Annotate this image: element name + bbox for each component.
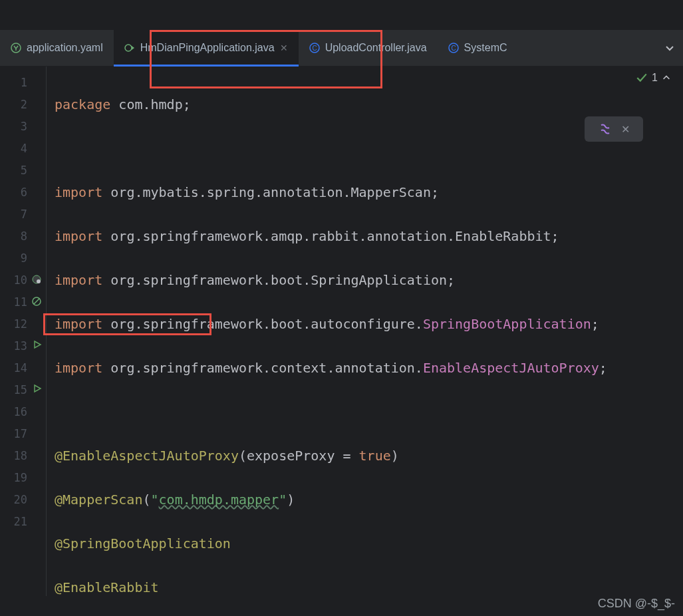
line-number: 14 [0,357,46,379]
tab-label: application.yaml [27,42,103,54]
line-number: 4 [0,138,46,160]
line-number: 7 [0,204,46,226]
code-line: package com.hmdp; [55,94,683,116]
run-icon[interactable] [33,340,42,349]
code-line: import org.springframework.boot.SpringAp… [55,269,683,291]
line-number: 1 [0,72,46,94]
line-number: 10 [0,269,46,291]
svg-text:C: C [451,45,456,52]
line-number: 20 [0,489,46,511]
line-number: 18 [0,445,46,467]
line-number: 3 [0,116,46,138]
line-number: 9 [0,247,46,269]
tab-overflow-button[interactable] [656,30,683,66]
gutter: 1 2 3 4 5 6 7 8 9 10 11 12 13 14 15 16 1… [0,67,47,596]
svg-point-7 [37,279,41,283]
line-number: 15 [0,379,46,401]
code-line [55,401,683,423]
code-line: @EnableRabbit [55,577,683,599]
tab-application-yaml[interactable]: application.yaml [0,30,114,66]
line-number: 8 [0,226,46,247]
tab-label: SystemC [464,42,507,54]
code-line: @EnableAspectJAutoProxy(exposeProxy = tr… [55,445,683,467]
svg-point-1 [125,45,132,51]
line-number: 19 [0,467,46,489]
code-line: import org.springframework.amqp.rabbit.a… [55,226,683,247]
run-icon[interactable] [33,384,42,393]
svg-line-9 [34,299,39,304]
line-number: 6 [0,182,46,204]
disabled-icon[interactable] [31,296,42,307]
chevron-down-icon [664,43,675,53]
watermark: CSDN @-$_$- [598,597,675,611]
highlight-box-annotation [43,313,211,335]
class-icon: C [448,43,459,53]
line-number: 16 [0,401,46,423]
code-line: @SpringBootApplication [55,533,683,555]
bean-icon[interactable] [31,274,42,285]
yaml-icon [11,43,21,53]
line-number: 5 [0,160,46,182]
code-line: import org.mybatis.spring.annotation.Map… [55,182,683,204]
line-number: 17 [0,423,46,445]
tab-system[interactable]: C SystemC [438,30,518,66]
line-number: 12 [0,313,46,335]
java-run-icon [124,43,135,53]
line-number: 2 [0,94,46,116]
highlight-box-tab [150,30,382,88]
line-number: 13 [0,335,46,357]
code-line [55,138,683,160]
line-number: 21 [0,511,46,533]
code-line: import org.springframework.context.annot… [55,357,683,379]
code-line: @MapperScan("com.hmdp.mapper") [55,489,683,511]
line-number: 11 [0,291,46,313]
